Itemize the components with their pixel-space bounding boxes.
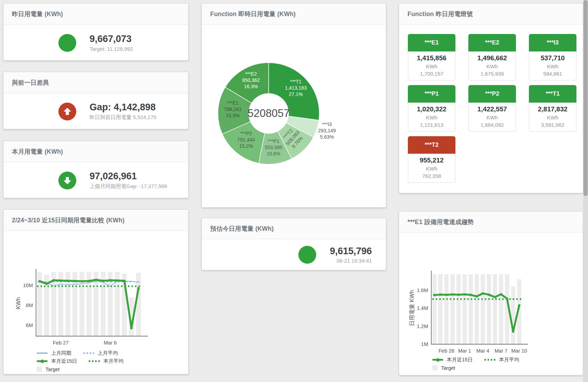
target-bar: [451, 274, 455, 344]
legend-item-Target[interactable]: Target: [37, 367, 59, 372]
compare-chart[interactable]: 10M8M6MFeb 27Mar 6KWh: [3, 231, 188, 347]
light-tile-unit: KWh: [531, 63, 575, 69]
legend-label: 上月同期: [51, 350, 71, 356]
light-tile-P2: ***P21,422,557KWh1,684,092: [468, 85, 516, 132]
card-today-estimate: 預估今日用電量 (KWh) 9,615,796 06-21 15:34:41: [201, 218, 386, 270]
card-header: 預估今日用電量 (KWh): [202, 218, 386, 239]
data-point: [518, 304, 520, 307]
data-point: [123, 280, 126, 282]
data-point: [130, 327, 133, 329]
light-tile-value: 1,496,662: [470, 54, 514, 62]
arrow-up-icon: [58, 103, 76, 120]
light-tile-body: 1,415,856KWh1,700,157: [408, 51, 455, 81]
light-tile-label: ***E2: [468, 34, 516, 51]
card-header: 本月用電量 (KWh): [3, 141, 188, 162]
dashboard: 昨日用電量 (KWh) 9,667,073 Target: 11,128,992…: [0, 0, 588, 382]
stat-value: 9,615,796: [330, 246, 372, 257]
stat-row: Gap: 4,142,898 昨日與前日用電量 5,524,175: [3, 93, 188, 130]
target-bar: [469, 274, 473, 344]
data-point: [109, 279, 112, 282]
target-bar: [432, 274, 437, 344]
legend-item-上月同期[interactable]: 上月同期: [37, 350, 71, 356]
light-tile-value: 955,212: [410, 157, 454, 164]
light-tile-value: 2,817,832: [531, 105, 575, 113]
x-tick-label: Mar 7: [495, 348, 508, 354]
y-tick-label: 1.2M: [417, 324, 428, 329]
card-realtime-donut: Function 即時日用電量 (KWh) ***T11,413,18327.1…: [201, 3, 386, 208]
legend-item-上月平均[interactable]: 上月平均: [83, 350, 118, 356]
light-tile-P1: ***P11,020,322KWh1,121,613: [408, 85, 455, 132]
stat-row: 9,667,073 Target: 11,128,992: [3, 25, 188, 61]
light-tile-label: ***P2: [468, 85, 516, 103]
data-point: [116, 279, 119, 282]
x-tick-label: Feb 27: [53, 340, 69, 346]
legend-item-Target[interactable]: Target: [432, 365, 455, 371]
legend-label: 上月平均: [98, 350, 118, 356]
light-tile-value: 1,020,322: [410, 105, 454, 113]
data-point: [59, 279, 62, 282]
donut-center-value: 5208057: [248, 107, 290, 119]
data-point: [445, 293, 448, 296]
y-axis-label: KWh: [15, 297, 21, 310]
light-tile-I3: ***I3537,710KWh584,861: [529, 34, 576, 81]
stat-value: 97,026,961: [90, 171, 167, 182]
data-point: [500, 293, 502, 296]
scrollbar-thumb[interactable]: [583, 0, 588, 196]
x-tick-label: Mar 6: [104, 340, 117, 346]
data-point: [476, 295, 478, 298]
light-tile-body: 1,496,662KWh1,675,939: [468, 51, 516, 81]
donut-slice-label: ***I3293,1495.63%: [318, 121, 336, 140]
target-bar: [475, 274, 479, 344]
legend-label: Target: [45, 367, 59, 372]
y-tick-label: 1.4M: [417, 305, 428, 311]
arrow-down-icon: [58, 172, 76, 189]
light-tile-T2: ***T2955,212KWh762,358: [408, 136, 455, 183]
legend-label: 本月平均: [103, 358, 123, 364]
data-point: [45, 283, 48, 285]
legend-item-本月近15日[interactable]: 本月近15日: [432, 356, 473, 363]
card-compare-chart: 2/24~3/10 近15日同期用電量比較 (KWh) 10M8M6MFeb 2…: [3, 209, 189, 374]
legend-label: 本月近15日: [447, 356, 473, 363]
light-tile-body: 537,710KWh584,861: [529, 51, 576, 81]
data-point: [52, 279, 55, 282]
legend-item-本月平均[interactable]: 本月平均: [484, 356, 519, 363]
light-tile-grid: ***E11,415,856KWh1,700,157***E21,496,662…: [399, 25, 583, 183]
light-tile-body: 1,422,557KWh1,684,092: [468, 103, 516, 132]
card-title: Function 昨日用電燈號: [408, 10, 473, 18]
light-tile-secondary: 1,700,157: [410, 71, 454, 77]
y-tick-label: 1M: [421, 341, 428, 347]
legend-item-本月平均[interactable]: 本月平均: [89, 358, 123, 364]
e1-trend-chart[interactable]: 1.6M1.4M1.2M1MFeb 26Mar 1Mar 4Mar 7Mar 1…: [399, 232, 583, 354]
status-circle-icon: [58, 34, 76, 52]
light-tile-value: 1,422,557: [470, 105, 514, 113]
data-point: [463, 293, 466, 296]
light-tile-body: 955,212KWh762,358: [408, 154, 455, 183]
stat-value: 9,667,073: [90, 34, 133, 44]
data-point: [88, 280, 90, 282]
light-tile-body: 1,020,322KWh1,121,613: [408, 103, 455, 132]
legend-label: 本月平均: [499, 356, 519, 363]
card-header: 昨日用電量 (KWh): [3, 4, 188, 25]
card-header: ***E1 設備用電達成趨勢: [399, 211, 583, 232]
e1-trend-chart-legend: 本月近15日本月平均Target: [432, 356, 583, 372]
light-tile-label: ***T2: [408, 136, 455, 154]
card-title: 昨日用電量 (KWh): [12, 10, 63, 18]
status-circle-icon: [298, 246, 316, 264]
light-tile-unit: KWh: [410, 166, 454, 172]
data-point: [67, 280, 69, 282]
legend-swatch: [37, 367, 42, 372]
legend-swatch: [432, 365, 438, 370]
card-title: 預估今日用電量 (KWh): [210, 224, 274, 233]
card-title: Function 即時日用電量 (KWh): [210, 10, 296, 18]
card-title: 與前一日差異: [12, 78, 49, 87]
light-tile-unit: KWh: [410, 63, 454, 69]
card-title: ***E1 設備用電達成趨勢: [408, 218, 474, 226]
card-title: 2/24~3/10 近15日同期用電量比較 (KWh): [12, 216, 125, 224]
light-tile-E2: ***E21,496,662KWh1,675,939: [468, 34, 516, 81]
stat-subtitle: 昨日與前日用電量 5,524,175: [90, 114, 156, 121]
scrollbar: [583, 0, 588, 382]
card-month-usage: 本月用電量 (KWh) 97,026,961 上個月同期用電Gap: -17,3…: [3, 141, 189, 198]
legend-item-本月近15日[interactable]: 本月近15日: [37, 358, 77, 364]
stat-value: Gap: 4,142,898: [90, 102, 156, 113]
realtime-donut-chart[interactable]: ***T11,413,18327.1%***I3293,1495.63%***T…: [202, 25, 386, 208]
